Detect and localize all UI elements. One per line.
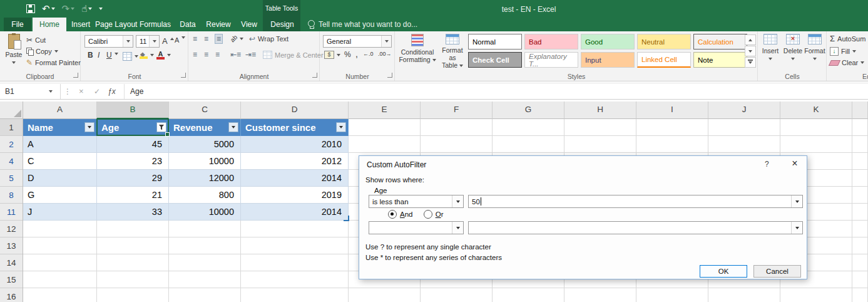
cell-c2[interactable]: 5000 [169,136,241,153]
row-header-15[interactable]: 15 [0,271,23,288]
select-all-triangle-icon [14,110,21,117]
filter-button-revenue[interactable] [228,122,238,132]
cell-b4[interactable]: 23 [97,153,169,170]
column-header-h[interactable]: H [564,102,636,119]
row-header-4[interactable]: 4 [0,153,23,170]
select-all-corner[interactable] [0,102,23,119]
filter-field-label: Age [374,187,387,194]
operator1-combobox[interactable]: is less than [369,195,464,208]
funnel-icon [159,125,165,130]
row-header-1[interactable]: 1 [0,119,23,136]
filter-arrow-icon [232,126,235,128]
operator2-dropdown-icon[interactable] [452,222,463,234]
logic-radio-group: And Or [388,210,452,219]
close-icon[interactable]: × [789,158,801,169]
cell-c4[interactable]: 10000 [169,153,241,170]
table-header-text: Age [101,122,119,133]
cell-a5[interactable]: D [23,170,97,187]
show-rows-where-label: Show rows where: [365,176,424,184]
column-header-f[interactable]: F [421,102,493,119]
value2-dropdown-icon[interactable] [791,222,802,234]
table-header-text: Revenue [173,122,213,133]
cell-c5[interactable]: 12000 [169,170,241,187]
cell-b11[interactable]: 33 [97,204,169,221]
dialog-title: Custom AutoFilter [367,160,426,169]
row-header-13[interactable]: 13 [0,237,23,254]
or-radio[interactable] [424,210,432,219]
cell-d2[interactable]: 2010 [241,136,349,153]
cancel-button[interactable]: Cancel [753,265,801,278]
row-header-11[interactable]: 11 [0,204,23,221]
filter-button-name[interactable] [84,122,94,132]
column-header-c[interactable]: C [169,102,241,119]
cell-d11[interactable]: 2014 [241,204,349,221]
column-header-a[interactable]: A [23,102,97,119]
value1-combobox[interactable]: 50 [468,195,803,208]
filter-arrow-icon [339,126,343,128]
filter-button-age[interactable] [156,122,166,132]
wildcard-hint-2: Use * to represent any series of charact… [365,254,502,261]
cell-d8[interactable]: 2019 [241,187,349,204]
column-header-d[interactable]: D [241,102,349,119]
row-header-8[interactable]: 8 [0,187,23,204]
table-header-text: Name [28,122,53,133]
or-radio-label[interactable]: Or [436,211,444,218]
column-header-i[interactable]: I [636,102,708,119]
cell-a11[interactable]: J [23,204,97,221]
cell-c8[interactable]: 800 [169,187,241,204]
cell-d5[interactable]: 2014 [241,170,349,187]
row-header-2[interactable]: 2 [0,136,23,153]
cell-a2[interactable]: A [23,136,97,153]
and-radio-label[interactable]: And [400,211,412,218]
column-header-b[interactable]: B [97,102,169,119]
cell-c11[interactable]: 10000 [169,204,241,221]
help-icon[interactable]: ? [765,160,769,169]
cell-a8[interactable]: G [23,187,97,204]
text-cursor [481,197,481,206]
and-radio[interactable] [388,210,397,219]
filter-arrow-icon [88,126,91,128]
filter-button-customer-since[interactable] [336,122,346,132]
cell-b8[interactable]: 21 [97,187,169,204]
cell-b5[interactable]: 29 [97,170,169,187]
cell-b2[interactable]: 45 [97,136,169,153]
table-header-name: Name [23,119,97,136]
table-header-revenue: Revenue [169,119,241,136]
table-resize-handle[interactable] [344,216,349,221]
column-header-e[interactable]: E [349,102,421,119]
cell-a4[interactable]: C [23,153,97,170]
column-header-g[interactable]: G [493,102,564,119]
row-header-16[interactable]: 16 [0,288,23,302]
table-header-age: Age [97,119,169,136]
wildcard-hint-1: Use ? to represent any single character [365,243,491,251]
column-header-partial[interactable] [852,102,868,119]
table-header-customer-since: Customer since [241,119,349,136]
cell-d4[interactable]: 2012 [241,153,349,170]
value2-combobox[interactable] [468,221,803,234]
custom-autofilter-dialog: Custom AutoFilter ? × Show rows where: A… [359,155,807,279]
excel-window: ↶ ↷ ☝ Table Tools test - EN - Excel File… [0,0,868,302]
ok-button[interactable]: OK [700,265,747,278]
row-header-12[interactable]: 12 [0,221,23,237]
column-header-k[interactable]: K [780,102,852,119]
row-header-14[interactable]: 14 [0,254,23,271]
value1-dropdown-icon[interactable] [791,195,802,207]
column-header-j[interactable]: J [708,102,780,119]
operator2-combobox[interactable] [369,221,464,234]
row-header-5[interactable]: 5 [0,170,23,187]
table-header-text: Customer since [245,122,316,133]
operator1-dropdown-icon[interactable] [452,195,463,207]
